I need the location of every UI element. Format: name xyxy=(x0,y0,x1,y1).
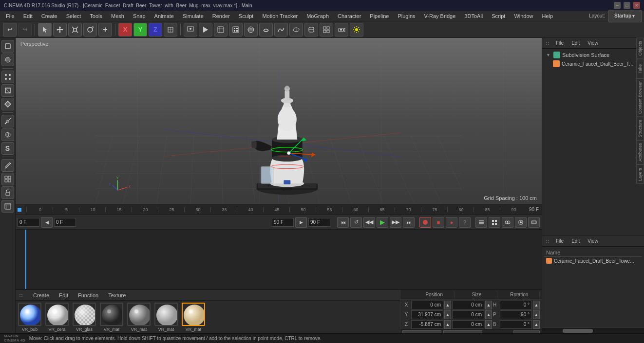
smooth-button[interactable] xyxy=(259,23,273,36)
loop-button[interactable]: ↺ xyxy=(350,217,362,228)
menu-pipeline[interactable]: Pipeline xyxy=(366,12,393,20)
tl-extra-btn-5[interactable] xyxy=(528,217,540,228)
light-button[interactable] xyxy=(350,23,363,36)
tree-item-ceramic-faucet[interactable]: Ceramic_Faucet_Draft_Beer_Towe... xyxy=(544,59,642,68)
deformer-button[interactable] xyxy=(304,23,318,36)
menu-edit[interactable]: Edit xyxy=(19,12,37,20)
psr-rot-z[interactable] xyxy=(500,320,532,329)
attrib-view-btn[interactable]: View xyxy=(585,237,601,245)
render-view-button[interactable] xyxy=(199,23,212,36)
tree-item-subdivision-surface[interactable]: ▼ Subdivision Surface xyxy=(544,51,642,59)
material-thumb-vr-mat2[interactable]: VR_mat xyxy=(127,303,151,332)
psr-pos-y[interactable] xyxy=(411,310,443,319)
rotate-mode-button[interactable] xyxy=(83,23,97,36)
lock-button[interactable] xyxy=(1,186,14,199)
tool-btn-2[interactable] xyxy=(1,128,14,141)
menu-3dtoall[interactable]: 3DToAll xyxy=(460,12,487,20)
timeline-next-btn[interactable]: ▶ xyxy=(295,217,307,228)
menu-sculpt[interactable]: Sculpt xyxy=(235,12,258,20)
mat-edit-btn[interactable]: Edit xyxy=(56,291,71,299)
psr-rot-z-up[interactable]: ▲ xyxy=(533,320,540,329)
attrib-edit-btn[interactable]: Edit xyxy=(568,237,583,245)
play-fwd-button[interactable]: ▶▶ xyxy=(390,217,401,228)
menu-simulate[interactable]: Simulate xyxy=(179,12,208,20)
auto-key-button[interactable]: ● xyxy=(446,217,457,228)
menu-vray-bridge[interactable]: V-Ray Bridge xyxy=(420,12,460,20)
right-panel-scrollbar[interactable] xyxy=(542,327,644,333)
anim-button-1[interactable] xyxy=(214,23,227,36)
vtab-attributes[interactable]: Attributes xyxy=(636,140,644,164)
menu-snap[interactable]: Snap xyxy=(129,12,150,20)
anim-button-2[interactable] xyxy=(229,23,243,36)
mat-create-btn[interactable]: Create xyxy=(30,291,52,299)
polygon-mode-button[interactable] xyxy=(1,98,14,110)
apply-button[interactable]: Apply xyxy=(513,330,540,333)
material-thumb-vr-bub[interactable]: VR_bub xyxy=(18,303,42,332)
render-region-button[interactable] xyxy=(184,23,197,36)
go-end-button[interactable]: ⏭ xyxy=(403,217,415,228)
start-frame-input[interactable] xyxy=(54,218,76,227)
grid-mode-button[interactable] xyxy=(1,173,14,185)
psr-pos-z-up[interactable]: ▲ xyxy=(444,320,451,329)
viewport-area[interactable]: View Cameras Display Options Filter Pane… xyxy=(16,38,542,204)
timeline-track[interactable] xyxy=(16,230,542,289)
menu-plugins[interactable]: Plugins xyxy=(394,12,419,20)
attribs-object-row[interactable]: Ceramic_Faucet_Draft_Beer_Towe... xyxy=(544,257,642,265)
attrib-file-btn[interactable]: File xyxy=(553,237,567,245)
spline-button[interactable] xyxy=(274,23,288,36)
menu-file[interactable]: File xyxy=(2,12,19,20)
texture-mode-button[interactable] xyxy=(1,54,14,66)
x-axis-button[interactable]: X xyxy=(118,23,132,36)
menu-mograph[interactable]: MoGraph xyxy=(303,12,333,20)
point-mode-button[interactable] xyxy=(1,71,14,83)
vtab-structure[interactable]: Structure xyxy=(636,117,644,141)
go-start-button[interactable]: ⏮ xyxy=(337,217,349,228)
psr-rot-y[interactable] xyxy=(500,310,532,319)
y-axis-button[interactable]: Y xyxy=(133,23,147,36)
menu-render[interactable]: Render xyxy=(208,12,234,20)
model-mode-button[interactable] xyxy=(1,40,14,53)
redo-button[interactable]: ↪ xyxy=(18,23,32,36)
psr-size-y[interactable] xyxy=(452,310,484,319)
rp-view-btn[interactable]: View xyxy=(585,39,601,47)
psr-size-z-up[interactable]: ▲ xyxy=(485,320,492,329)
tool-btn-last[interactable] xyxy=(1,200,14,213)
rp-file-btn[interactable]: File xyxy=(553,39,567,47)
mat-function-btn[interactable]: Function xyxy=(75,291,101,299)
menu-select[interactable]: Select xyxy=(62,12,85,20)
vtab-layers[interactable]: Layers xyxy=(636,164,644,184)
cursor-mode-button[interactable] xyxy=(38,23,52,36)
plus-button[interactable]: + xyxy=(98,23,112,36)
psr-pos-y-up[interactable]: ▲ xyxy=(444,310,451,319)
psr-pos-x-up[interactable]: ▲ xyxy=(444,301,451,309)
tl-extra-btn-2[interactable] xyxy=(489,217,500,228)
viewport-toggle-btn[interactable] xyxy=(320,23,333,36)
scale-mode-button[interactable] xyxy=(68,23,82,36)
menu-animate[interactable]: Animate xyxy=(151,12,178,20)
psr-rot-y-up[interactable]: ▲ xyxy=(533,310,540,319)
menu-help[interactable]: Help xyxy=(538,12,557,20)
z-axis-button[interactable]: Z xyxy=(149,23,162,36)
timeline-prev-btn[interactable]: ◀ xyxy=(41,217,53,228)
vtab-take[interactable]: Take xyxy=(636,59,644,78)
psr-pos-x[interactable] xyxy=(411,301,443,309)
edge-mode-button[interactable] xyxy=(1,84,14,97)
material-thumb-vr-cera[interactable]: VR_cera xyxy=(45,303,69,332)
menu-motion-tracker[interactable]: Motion Tracker xyxy=(258,12,302,20)
right-panel-scrollbar-thumb[interactable] xyxy=(563,329,593,333)
s-tool-button[interactable]: S xyxy=(1,142,14,155)
material-thumb-vr-mat3[interactable]: VR_mat xyxy=(154,303,178,332)
menu-tools[interactable]: Tools xyxy=(86,12,106,20)
menu-create[interactable]: Create xyxy=(38,12,61,20)
vtab-objects[interactable]: Objects xyxy=(636,38,644,59)
sphere-button[interactable] xyxy=(244,23,258,36)
record-button[interactable] xyxy=(419,217,431,228)
end-frame-max-input[interactable] xyxy=(272,218,294,227)
undo-button[interactable]: ↩ xyxy=(3,23,17,36)
menu-mesh[interactable]: Mesh xyxy=(107,12,128,20)
material-thumb-vr-glas[interactable]: VR_glas xyxy=(72,303,96,332)
current-frame-input[interactable] xyxy=(18,218,39,227)
material-thumb-vr-mat4[interactable]: VR_mat xyxy=(181,303,206,332)
total-frames-input[interactable] xyxy=(308,218,330,227)
psr-size-z[interactable] xyxy=(452,320,484,329)
